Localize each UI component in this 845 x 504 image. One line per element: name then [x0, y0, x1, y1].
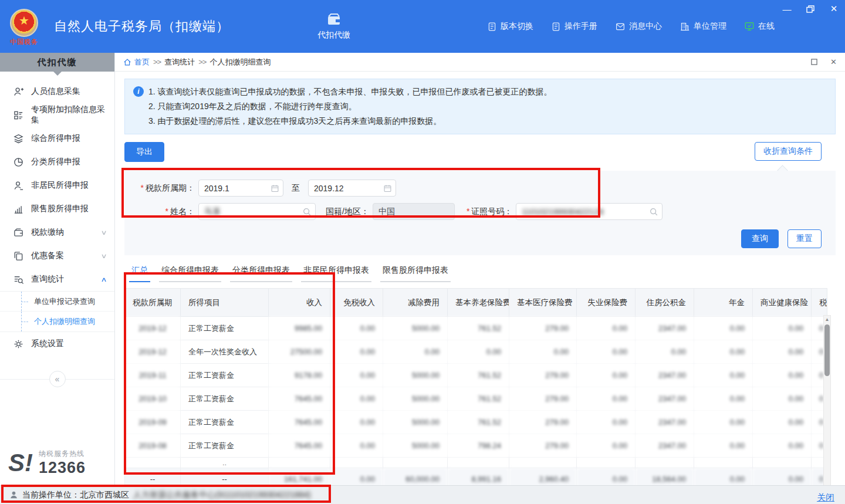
- table-cell: 正常工资薪金: [181, 364, 269, 387]
- table-body: 2019-12正常工资薪金9985.000.005000.00761.52279…: [125, 317, 827, 486]
- table-cell: [636, 458, 694, 468]
- table-row-3[interactable]: 2019-11正常工资薪金9178.000.005000.00761.52279…: [125, 364, 827, 387]
- period-to-input[interactable]: 2019.12: [308, 180, 396, 197]
- header-link-消息中心[interactable]: 消息中心: [615, 21, 662, 32]
- hotline-logo-icon: S!: [8, 452, 33, 474]
- calendar-icon[interactable]: [271, 184, 279, 192]
- table-cell: 0.00: [577, 434, 636, 458]
- form-list-icon: [13, 110, 24, 121]
- table-row-5[interactable]: 2019-09正常工资薪金7645.000.005000.00761.52279…: [125, 411, 827, 434]
- period-from-input[interactable]: 2019.1: [198, 180, 283, 197]
- tab-非居民所得申报表[interactable]: 非居民所得申报表: [301, 265, 371, 282]
- table-cell: --: [181, 468, 269, 486]
- search-icon[interactable]: [649, 207, 658, 217]
- collapse-query-button[interactable]: 收折查询条件: [755, 142, 822, 161]
- table-cell: 7645.00: [269, 411, 330, 434]
- table-row-4[interactable]: 2019-10正常工资薪金7645.000.005000.00761.52279…: [125, 387, 827, 411]
- id-label: 证照号码：: [467, 207, 512, 217]
- tab-限售股所得申报表[interactable]: 限售股所得申报表: [380, 265, 451, 282]
- close-page-link[interactable]: 关闭: [817, 492, 834, 503]
- sidebar-item-label: 查询统计: [31, 274, 64, 285]
- table-cell: 0.00: [694, 364, 753, 387]
- table-cell: [448, 458, 509, 468]
- sidebar-subitem-单位申报记录查询[interactable]: 单位申报记录查询: [0, 292, 114, 312]
- table-cell: 0.00: [753, 434, 812, 458]
- window-controls: — ✕: [782, 4, 839, 14]
- close-button[interactable]: ✕: [829, 4, 839, 14]
- table-cell: 761.52: [448, 317, 509, 340]
- column-header-减除费用: 减除费用: [383, 289, 448, 317]
- table-cell: 2347.00: [636, 317, 694, 340]
- sidebar-subitem-个人扣缴明细查询[interactable]: 个人扣缴明细查询: [0, 312, 114, 332]
- copy-icon: [13, 251, 24, 262]
- table-cell: ..: [181, 458, 269, 468]
- table-cell: 0.00: [694, 468, 753, 486]
- sidebar-item-专项附加扣除信息采集[interactable]: 专项附加扣除信息采集: [0, 103, 114, 127]
- tab-close-icon[interactable]: ✕: [830, 57, 837, 66]
- breadcrumb-home-link[interactable]: 首页: [123, 57, 150, 67]
- vertical-scroll-thumb[interactable]: [824, 324, 830, 376]
- scroll-up-arrow[interactable]: ▲: [824, 316, 830, 323]
- header-link-版本切换[interactable]: 版本切换: [487, 21, 533, 32]
- table-cell: [125, 458, 181, 468]
- sidebar-header: 代扣代缴: [0, 53, 114, 72]
- column-header-失业保险费: 失业保险费: [577, 289, 636, 317]
- table-cell: 7645.00: [269, 434, 330, 458]
- header-link-在线[interactable]: 在线: [744, 21, 775, 32]
- restore-button[interactable]: [805, 4, 816, 14]
- table-row-1[interactable]: 2019-12正常工资薪金9985.000.005000.00761.52279…: [125, 317, 827, 340]
- vertical-scrollbar[interactable]: ▲ ▼: [823, 315, 831, 485]
- breadcrumb-separator: >>: [198, 57, 206, 66]
- sidebar-item-综合所得申报[interactable]: 综合所得申报: [0, 127, 114, 150]
- tab-分类所得申报表[interactable]: 分类所得申报表: [230, 265, 292, 282]
- pie-icon: [13, 157, 24, 168]
- table-cell: 0.00: [330, 340, 383, 364]
- table-cell: 全年一次性奖金收入: [181, 340, 269, 364]
- table-cell: 0.00: [577, 364, 636, 387]
- column-header-基本医疗保险费: 基本医疗保险费: [509, 289, 577, 317]
- sidebar-item-系统设置[interactable]: 系统设置: [0, 332, 114, 356]
- table-cell: 2019-11: [125, 364, 181, 387]
- header-links: 版本切换操作手册消息中心单位管理在线: [487, 21, 775, 32]
- table-cell: 0.00: [694, 340, 753, 364]
- tab-maximize-icon[interactable]: [811, 59, 817, 65]
- minimize-button[interactable]: —: [782, 4, 792, 14]
- table-cell: 0.00: [577, 468, 636, 486]
- status-bar: 当前操作单位：北京市西城区人力资源公共服务中心(9111010219930422…: [0, 485, 845, 504]
- sidebar-item-查询统计[interactable]: 查询统计∧: [0, 268, 114, 291]
- export-button[interactable]: 导出: [124, 142, 164, 162]
- sidebar-item-非居民所得申报[interactable]: 非居民所得申报: [0, 174, 114, 197]
- table-cell: [383, 458, 448, 468]
- doc-icon: [487, 22, 497, 32]
- chevron-down-icon: ∨: [100, 229, 107, 236]
- table-cell: 0.00: [753, 387, 812, 411]
- home-icon: [123, 58, 131, 66]
- header-link-操作手册[interactable]: 操作手册: [551, 21, 597, 32]
- table-row-partial: ..: [125, 458, 827, 468]
- table-row-6[interactable]: 2019-08正常工资薪金7645.000.005000.00798.24279…: [125, 434, 827, 458]
- table-cell: 761.52: [448, 411, 509, 434]
- table-row-2[interactable]: 2019-12全年一次性奖金收入27500.000.000.000.000.00…: [125, 340, 827, 364]
- header-link-单位管理[interactable]: 单位管理: [680, 21, 726, 32]
- name-input[interactable]: 马某: [198, 203, 316, 220]
- sidebar-item-税款缴纳[interactable]: 税款缴纳∨: [0, 221, 114, 244]
- tab-综合所得申报表[interactable]: 综合所得申报表: [159, 265, 221, 282]
- table-cell: --: [125, 468, 181, 486]
- sidebar-item-优惠备案[interactable]: 优惠备案∨: [0, 244, 114, 268]
- search-icon[interactable]: [302, 207, 312, 217]
- table-cell: 9985.00: [269, 317, 330, 340]
- sidebar-collapse-button[interactable]: «: [49, 371, 66, 387]
- table-cell: 0.00: [330, 468, 383, 486]
- id-number-input[interactable]: 110102199930422129: [516, 203, 663, 220]
- nav-item-daikou-daijiao[interactable]: 代扣代缴: [317, 12, 350, 40]
- table-cell: 798.24: [448, 434, 509, 458]
- calendar-icon[interactable]: [383, 184, 392, 192]
- sidebar-item-分类所得申报[interactable]: 分类所得申报: [0, 150, 114, 174]
- reset-button[interactable]: 重置: [787, 229, 822, 248]
- table-row-summary[interactable]: ----161,741.000.0060,000.008,991.162,960…: [125, 468, 827, 486]
- sidebar-item-人员信息采集[interactable]: 人员信息采集: [0, 80, 114, 103]
- search-button[interactable]: 查询: [741, 229, 779, 248]
- sidebar-item-限售股所得申报[interactable]: 限售股所得申报: [0, 197, 114, 221]
- header-link-label: 版本切换: [501, 21, 533, 32]
- tab-汇总[interactable]: 汇总: [129, 265, 150, 282]
